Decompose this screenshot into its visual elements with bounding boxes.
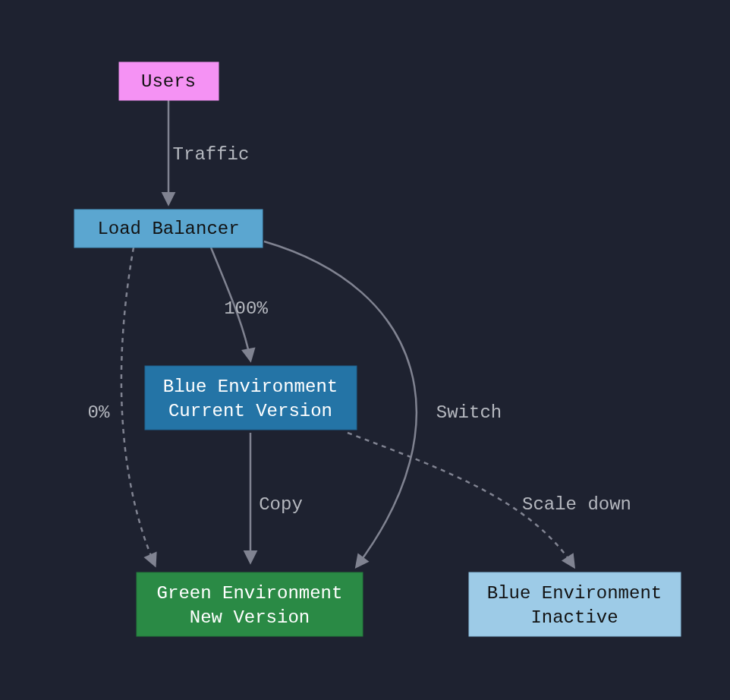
node-green-line1: Green Environment [157,583,343,604]
edge-label-100: 100% [224,298,268,319]
edge-label-0: 0% [88,402,110,423]
node-green: Green Environment New Version [137,572,363,636]
node-blue-inactive-line2: Inactive [530,607,618,628]
node-load-balancer: Load Balancer [74,210,263,248]
node-users: Users [119,62,219,100]
edge-label-traffic: Traffic [173,144,250,165]
node-blue-current-line2: Current Version [168,401,332,421]
node-users-label: Users [141,71,196,92]
node-lb-label: Load Balancer [97,219,239,239]
node-blue-current: Blue Environment Current Version [145,366,357,430]
diagram-canvas: Traffic 100% 0% Copy Switch Scale down U… [0,0,730,700]
edge-label-switch: Switch [436,402,502,423]
node-blue-current-line1: Blue Environment [163,377,338,397]
node-blue-inactive-line1: Blue Environment [487,583,662,604]
node-green-line2: New Version [190,607,310,628]
node-blue-inactive: Blue Environment Inactive [469,572,681,636]
edge-label-scale-down: Scale down [522,494,631,515]
edge-label-copy: Copy [259,494,303,515]
